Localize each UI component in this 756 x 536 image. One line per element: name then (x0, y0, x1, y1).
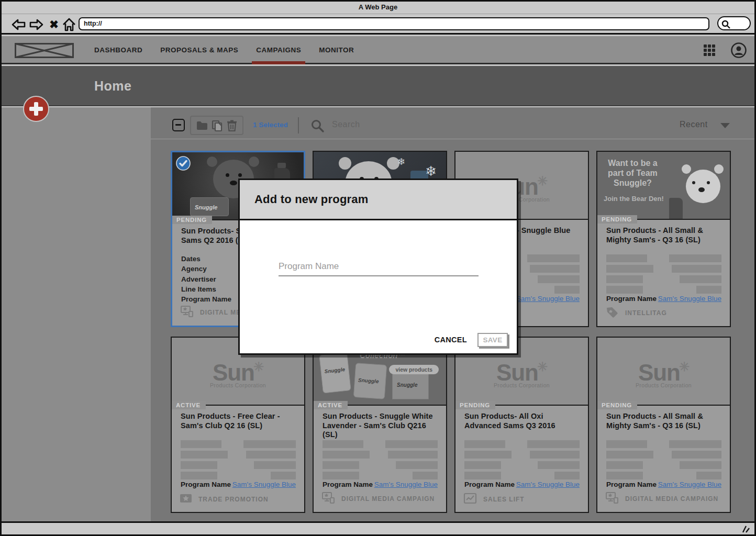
tag-star-icon (605, 306, 619, 320)
campaign-type: SALES LIFT (463, 493, 525, 506)
home-icon[interactable] (61, 17, 77, 32)
nav-item-proposals-maps[interactable]: PROPOSALS & MAPS (160, 36, 238, 64)
account-icon[interactable] (730, 42, 747, 61)
campaign-type: INTELLITAG (605, 306, 667, 320)
toolbar-divider (298, 117, 299, 133)
bulk-actions-group (190, 116, 243, 135)
url-text: http:// (84, 20, 102, 27)
cancel-button[interactable]: CANCEL (435, 336, 467, 344)
program-name-link[interactable]: Sam's Snuggle Blue (658, 481, 721, 488)
logo-placeholder (15, 43, 74, 60)
view-products-button: view products (389, 365, 439, 374)
field-label: Agency (181, 264, 231, 274)
field-label: Dates (181, 254, 231, 264)
selected-count: 1 Selected (253, 121, 288, 129)
card-image-bearden: Want to be apart of TeamSnuggle?Join the… (597, 152, 730, 220)
card-title: Sun Products - All Small & Mighty Sam's … (606, 226, 724, 244)
campaign-card-7[interactable]: Sun✳Products CorporationPENDINGSun Produ… (454, 337, 589, 513)
window-title: A Web Page (359, 3, 397, 11)
campaign-card-5[interactable]: Sun✳Products CorporationACTIVESun Produc… (171, 337, 305, 513)
sun-flower-icon: ✳ (679, 360, 689, 374)
search-icon[interactable] (310, 119, 325, 133)
status-badge: ACTIVE (314, 401, 348, 409)
monitor-star-icon (180, 305, 194, 320)
status-badge: PENDING (597, 215, 637, 224)
campaign-type: DIGITAL MEDIA CAMPAIGN (605, 492, 718, 506)
browser-search-field[interactable] (717, 16, 751, 30)
select-all-checkbox[interactable] (172, 119, 185, 131)
card-title: Sun Products- All Oxi Advanced Sams Q3 2… (464, 412, 582, 430)
skeleton-bars (323, 440, 438, 482)
window-statusbar (2, 521, 754, 534)
monitor-star-icon (605, 492, 619, 506)
copy-icon[interactable] (211, 119, 224, 132)
browser-toolbar: ✖ http:// (2, 14, 754, 35)
campaign-card-6[interactable]: SnuggleSnuggleSnuggleIslandCollection™&F… (313, 337, 447, 513)
program-name-link[interactable]: Sam's Snuggle Blue (658, 295, 721, 303)
skeleton-bars (606, 440, 721, 482)
dialog-title: Add to new program (254, 193, 369, 206)
toolbar-separator (151, 139, 754, 139)
program-name-label: Program Name (606, 295, 657, 303)
campaign-type: TRADE PROMOTION (180, 493, 269, 506)
campaign-type-label: INTELLITAG (625, 309, 667, 317)
search-icon (720, 19, 732, 30)
program-name-link[interactable]: Sam's Snuggle Blue (516, 481, 580, 488)
campaign-card-4[interactable]: Want to be apart of TeamSnuggle?Join the… (596, 151, 731, 327)
sun-flower-icon: ✳ (537, 174, 547, 188)
field-label: Program Name (181, 294, 231, 304)
campaign-type-label: DIGITAL MEDIA CAMPAIGN (625, 495, 718, 502)
resize-handle-icon[interactable] (741, 525, 750, 535)
line-chart-icon (463, 493, 477, 506)
card-field-labels: DatesAgencyAdvertiserLine ItemsProgram N… (181, 254, 231, 304)
url-field[interactable]: http:// (79, 17, 709, 30)
card-body: Sun Products - Snuggle White Lavender - … (314, 407, 446, 512)
program-name-label: Program Name (181, 481, 231, 488)
sun-flower-icon: ✳ (537, 360, 547, 374)
app-navbar: DASHBOARD PROPOSALS & MAPS CAMPAIGNS MON… (2, 36, 754, 64)
trash-icon[interactable] (226, 119, 238, 132)
skeleton-bars (606, 254, 721, 296)
nav-item-monitor[interactable]: MONITOR (319, 36, 354, 64)
sort-dropdown[interactable]: Recent (680, 120, 708, 129)
status-badge: ACTIVE (172, 401, 206, 409)
status-badge: PENDING (597, 401, 637, 409)
program-name-input[interactable] (279, 258, 479, 276)
stop-icon[interactable]: ✖ (48, 17, 60, 32)
nav-item-campaigns[interactable]: CAMPAIGNS (256, 36, 301, 64)
add-button[interactable] (23, 96, 49, 122)
selected-check-icon[interactable] (175, 155, 191, 173)
browser-window: A Web Page ✖ http:// DASHBOARD PROPOSALS… (0, 0, 756, 536)
campaign-type-label: DIGITAL MEDIA CAMPAIGN (341, 495, 435, 502)
campaign-type-label: TRADE PROMOTION (198, 496, 269, 503)
program-name-link[interactable]: Sam's Snuggle Blue (374, 481, 438, 488)
star-badge-icon (180, 493, 192, 506)
program-name-link[interactable]: Sam's Snuggle Blue (232, 481, 296, 488)
page-header: Home (2, 66, 754, 106)
program-name-label: Program Name (606, 481, 657, 488)
program-name-link[interactable]: Sam's Snuggle Blue (516, 295, 580, 303)
search-input[interactable]: Search (332, 120, 360, 129)
card-body: Sun Products - Free Clear - Sam's Club Q… (172, 407, 304, 512)
save-button[interactable]: SAVE (477, 333, 508, 347)
apps-grid-icon[interactable] (704, 44, 715, 56)
monitor-star-icon (321, 492, 335, 506)
nav-menu: DASHBOARD PROPOSALS & MAPS CAMPAIGNS MON… (94, 36, 354, 64)
card-title: Sun Products - Free Clear - Sam's Club Q… (181, 412, 298, 430)
window-titlebar: A Web Page (2, 2, 754, 14)
forward-icon[interactable] (29, 17, 45, 32)
card-title: Sun Products - Snuggle White Lavender - … (323, 412, 440, 440)
program-name-label: Program Name (323, 481, 373, 488)
card-body: Sun Products - All Small & Mighty Sam's … (597, 221, 730, 326)
nav-item-dashboard[interactable]: DASHBOARD (94, 36, 142, 64)
card-image-sun: Sun✳Products Corporation (597, 338, 730, 406)
skeleton-bars (181, 440, 296, 482)
dialog-header: Add to new program (240, 180, 517, 220)
folder-icon[interactable] (196, 120, 208, 131)
chevron-down-icon[interactable] (720, 123, 730, 128)
sun-flower-icon: ✳ (253, 360, 263, 374)
campaign-card-8[interactable]: Sun✳Products CorporationPENDINGSun Produ… (596, 337, 731, 513)
add-to-program-dialog: Add to new program CANCEL SAVE (238, 178, 518, 355)
skeleton-bars (464, 440, 580, 482)
back-icon[interactable] (10, 17, 26, 32)
